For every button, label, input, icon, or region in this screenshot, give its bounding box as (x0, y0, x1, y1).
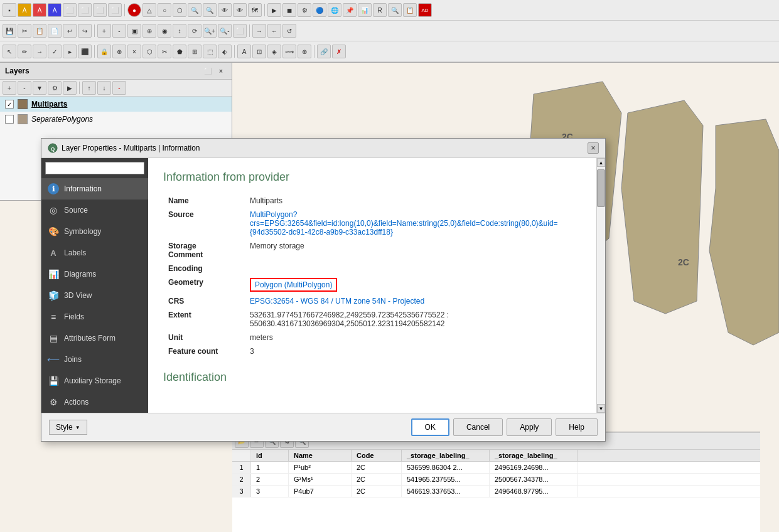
tb2-10[interactable]: ⊕ (142, 24, 156, 38)
layer-multiparts-checkbox[interactable]: ✓ (5, 100, 14, 109)
move-down-icon[interactable]: ↓ (97, 81, 111, 95)
tb2-19[interactable]: ↺ (282, 24, 296, 38)
tb-icon-13[interactable]: 🔍 (188, 3, 201, 17)
tb3-18[interactable]: ◈ (267, 45, 281, 58)
table-col-id[interactable]: id (251, 450, 289, 461)
tb-icon-9[interactable]: ● (127, 3, 141, 17)
tb2-14[interactable]: 🔍+ (203, 24, 217, 38)
tb2-7[interactable]: + (97, 24, 111, 38)
tb3-6[interactable]: ⬛ (78, 45, 92, 58)
tb-icon-22[interactable]: 🌐 (328, 3, 341, 17)
tb3-11[interactable]: ✂ (158, 45, 171, 58)
tb2-6[interactable]: ↪ (78, 24, 92, 38)
add-layer-icon[interactable]: + (3, 81, 16, 95)
nav-item-fields[interactable]: ≡ Fields (41, 306, 148, 327)
tb2-12[interactable]: ↕ (173, 24, 186, 38)
tb3-13[interactable]: ⊞ (188, 45, 201, 58)
open-layer-icon[interactable]: ▶ (63, 81, 77, 95)
tb2-16[interactable]: ⬜ (233, 24, 247, 38)
tb2-13[interactable]: ⟳ (188, 24, 201, 38)
tb-icon-2[interactable]: A (18, 3, 31, 17)
tb2-15[interactable]: 🔍- (218, 24, 232, 38)
tb2-4[interactable]: 📄 (48, 24, 62, 38)
table-col-name[interactable]: Name (289, 450, 352, 461)
layer-multiparts[interactable]: ✓ Multiparts (0, 97, 232, 112)
tb-icon-6[interactable]: ⬜ (78, 3, 92, 17)
table-col-sl1[interactable]: _storage_labeling_ (402, 450, 490, 461)
tb-icon-4[interactable]: A (48, 3, 62, 17)
tb2-3[interactable]: 📋 (33, 24, 46, 38)
collapse-icon[interactable]: - (112, 81, 126, 95)
tb-icon-24[interactable]: 📊 (358, 3, 372, 17)
tb2-5[interactable]: ↩ (63, 24, 77, 38)
tb2-17[interactable]: → (252, 24, 266, 38)
tb2-18[interactable]: ← (267, 24, 281, 38)
tb-icon-25[interactable]: R (373, 3, 387, 17)
tb3-8[interactable]: ⊕ (112, 45, 126, 58)
tb-icon-19[interactable]: ◼ (282, 3, 296, 17)
scrollbar-thumb[interactable] (597, 169, 605, 207)
tb-icon-21[interactable]: 🔵 (313, 3, 326, 17)
nav-item-joins[interactable]: ⟵ Joins (41, 349, 148, 370)
scrollbar-up-arrow[interactable]: ▲ (597, 158, 605, 167)
tb3-9[interactable]: × (127, 45, 141, 58)
tb-icon-28[interactable]: AD (418, 3, 432, 17)
tb3-12[interactable]: ⬟ (173, 45, 186, 58)
nav-item-actions[interactable]: ⚙ Actions (41, 391, 148, 413)
remove-layer-icon[interactable]: - (18, 81, 31, 95)
nav-item-3dview[interactable]: 🧊 3D View (41, 285, 148, 306)
tb3-17[interactable]: ⊡ (252, 45, 266, 58)
tb3-10[interactable]: ⬡ (142, 45, 156, 58)
tb3-20[interactable]: ⊕ (298, 45, 311, 58)
tb-icon-27[interactable]: 📋 (403, 3, 417, 17)
tb-icon-15[interactable]: 👁 (218, 3, 232, 17)
layer-separatepolygons-checkbox[interactable] (5, 115, 14, 124)
content-scroll[interactable]: Information from provider Name Multipart… (148, 158, 596, 413)
tb3-4[interactable]: ✓ (48, 45, 62, 58)
tb3-16[interactable]: A (237, 45, 251, 58)
ok-button[interactable]: OK (411, 418, 449, 436)
cancel-button[interactable]: Cancel (453, 418, 503, 436)
close-panel-icon[interactable]: × (215, 65, 227, 77)
tb3-5[interactable]: ▸ (63, 45, 77, 58)
tb3-19[interactable]: ⟿ (282, 45, 296, 58)
nav-item-labels[interactable]: A Labels (41, 242, 148, 263)
tb-icon-26[interactable]: 🔍 (388, 3, 402, 17)
tb-icon-16[interactable]: 👁 (233, 3, 247, 17)
tb3-22[interactable]: ✗ (332, 45, 346, 58)
tb-icon-10[interactable]: △ (142, 3, 156, 17)
scrollbar-down-arrow[interactable]: ▼ (597, 404, 605, 413)
tb2-11[interactable]: ◉ (158, 24, 171, 38)
dialog-close-button[interactable]: × (588, 142, 599, 154)
tb3-3[interactable]: → (33, 45, 46, 58)
style-button[interactable]: Style ▼ (49, 420, 87, 435)
tb-icon-12[interactable]: ⬡ (173, 3, 186, 17)
apply-button[interactable]: Apply (507, 418, 552, 436)
tb-icon-20[interactable]: ⚙ (298, 3, 311, 17)
tb3-1[interactable]: ↖ (3, 45, 16, 58)
tb-icon-7[interactable]: ⬜ (93, 3, 107, 17)
tb-icon-23[interactable]: 📌 (343, 3, 357, 17)
tb-icon-1[interactable]: ▪ (3, 3, 16, 17)
tb3-21[interactable]: 🔗 (317, 45, 331, 58)
tb3-14[interactable]: ⬚ (203, 45, 217, 58)
tb3-2[interactable]: ✏ (18, 45, 31, 58)
table-col-code[interactable]: Code (352, 450, 402, 461)
nav-item-attributes-form[interactable]: ▤ Attributes Form (41, 327, 148, 349)
tb-icon-17[interactable]: 🗺 (248, 3, 262, 17)
nav-item-source[interactable]: ◎ Source (41, 200, 148, 221)
tb-icon-3[interactable]: A (33, 3, 46, 17)
nav-item-information[interactable]: ℹ Information (41, 178, 148, 200)
tb-icon-14[interactable]: 🔍 (203, 3, 217, 17)
tb2-1[interactable]: 💾 (3, 24, 16, 38)
move-up-icon[interactable]: ↑ (82, 81, 96, 95)
dialog-scrollbar[interactable]: ▲ ▼ (596, 158, 605, 413)
tb2-2[interactable]: ✂ (18, 24, 31, 38)
tb2-9[interactable]: ▣ (127, 24, 141, 38)
layer-separatepolygons[interactable]: SeparatePolygons (0, 112, 232, 127)
tb2-8[interactable]: - (112, 24, 126, 38)
nav-item-diagrams[interactable]: 📊 Diagrams (41, 263, 148, 285)
nav-search-input[interactable] (45, 162, 144, 174)
nav-item-symbology[interactable]: 🎨 Symbology (41, 221, 148, 242)
nav-item-auxiliary-storage[interactable]: 💾 Auxiliary Storage (41, 370, 148, 391)
